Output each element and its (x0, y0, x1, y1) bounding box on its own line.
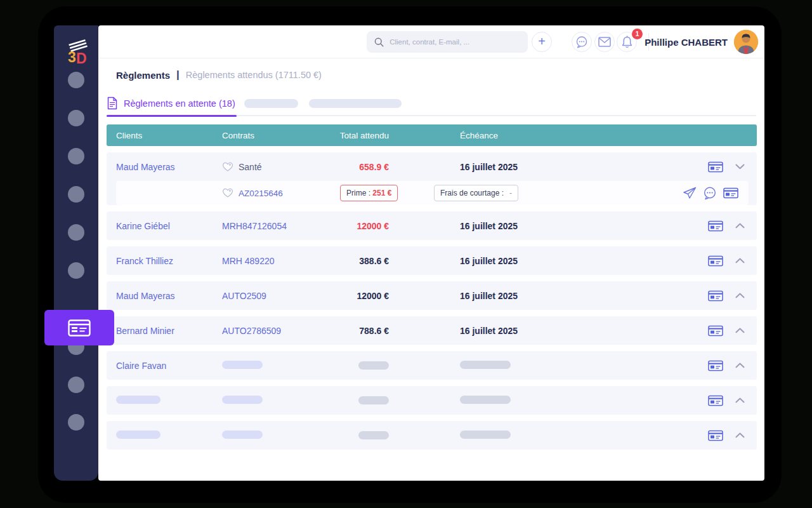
table-row: Bernard Minier AUTO2786509 788.6 € 16 ju… (107, 316, 757, 345)
row-main: Claire Favan (107, 351, 757, 380)
expand-toggle-button[interactable] (730, 432, 749, 438)
credit-card-icon (708, 360, 723, 371)
expand-toggle-button[interactable] (730, 328, 749, 333)
breadcrumb-separator: | (176, 69, 180, 81)
tab-bar: Règlements en attente (18) (107, 97, 756, 116)
chevron-up-icon (735, 432, 745, 438)
credit-card-icon (708, 290, 723, 302)
due-date: 16 juillet 2025 (460, 256, 518, 266)
sidebar-nav-dot[interactable] (68, 224, 84, 241)
payment-card-button[interactable] (723, 187, 738, 199)
main-panel: + (98, 25, 764, 481)
payment-card-button[interactable] (701, 161, 730, 173)
due-date: 16 juillet 2025 (460, 162, 518, 172)
client-link[interactable]: Maud Mayeras (116, 162, 175, 172)
bell-icon (621, 36, 633, 49)
table-row: Karine Giébel MRH847126054 12000 € 16 ju… (107, 211, 757, 240)
svg-text:D: D (76, 50, 87, 66)
expand-toggle-button[interactable] (730, 223, 749, 229)
chat-button[interactable] (572, 32, 592, 52)
expand-toggle-button[interactable] (730, 398, 749, 403)
client-link[interactable]: Maud Mayeras (116, 291, 175, 301)
due-date: 16 juillet 2025 (460, 221, 518, 231)
sidebar-nav-dot[interactable] (68, 110, 84, 126)
table-row: Maud Mayeras AUTO2509 12000 € 16 juillet… (107, 281, 757, 310)
row-main (107, 386, 757, 415)
total-skeleton (358, 396, 389, 404)
total-value: 12000 € (357, 221, 389, 231)
payment-card-button[interactable] (701, 430, 730, 441)
add-button[interactable]: + (532, 32, 552, 52)
header-total: Total attendu (332, 131, 389, 140)
contract-link[interactable]: MRH 489220 (222, 256, 332, 266)
comment-button[interactable] (703, 186, 717, 200)
table-header: Clients Contrats Total attendu Échéance (107, 124, 757, 146)
contract-detail-link[interactable]: AZ0215646 (222, 181, 283, 205)
credit-card-icon (708, 325, 723, 337)
payment-card-button[interactable] (701, 360, 730, 371)
sidebar-nav-dot[interactable] (68, 262, 84, 279)
avatar[interactable] (734, 30, 758, 54)
user-name[interactable]: Phillipe CHABERT (645, 25, 728, 58)
breadcrumb-section[interactable]: Règlements (116, 70, 170, 81)
contract-link[interactable]: AUTO2786509 (222, 326, 332, 336)
expand-toggle-button[interactable] (730, 258, 749, 264)
expand-toggle-button[interactable] (730, 164, 749, 170)
contract-link[interactable]: AUTO2509 (222, 291, 332, 301)
credit-card-icon (708, 220, 723, 232)
client-link[interactable]: Karine Giébel (116, 221, 170, 231)
total-value: 12000 € (357, 291, 389, 301)
payment-card-button[interactable] (701, 255, 730, 267)
chat-bubble-icon (575, 36, 588, 48)
topbar: + (98, 25, 764, 58)
app-logo-3d-icon: 3 D (63, 36, 91, 66)
table-row: Claire Favan (107, 351, 757, 380)
client-link[interactable]: Bernard Minier (116, 326, 174, 336)
expand-toggle-button[interactable] (730, 363, 749, 368)
sidebar-nav-dot[interactable] (68, 72, 84, 88)
sidebar-nav-dot[interactable] (68, 377, 84, 393)
due-date: 16 juillet 2025 (460, 291, 518, 301)
table-row (107, 421, 757, 450)
total-skeleton (358, 361, 389, 370)
sidebar: 3 D (54, 25, 98, 481)
active-tab-underline (107, 115, 237, 117)
total-value: 658.9 € (359, 162, 389, 172)
prime-box: Prime : 251 € (340, 185, 398, 201)
contract-skeleton (222, 396, 263, 404)
expand-toggle-button[interactable] (730, 293, 749, 298)
total-skeleton (358, 431, 389, 439)
global-search[interactable] (367, 31, 528, 53)
tab-label: Règlements en attente (18) (124, 98, 235, 109)
table-row: Maud Mayeras Santé 658.9 € 16 juillet 20… (107, 152, 757, 205)
chevron-up-icon (735, 398, 745, 403)
payment-card-button[interactable] (701, 290, 730, 302)
row-main: Bernard Minier AUTO2786509 788.6 € 16 ju… (107, 316, 757, 345)
contract-detail-row: AZ0215646 Prime : 251 € Frais de courtag… (116, 181, 749, 205)
table-row: Franck Thilliez MRH 489220 388.6 € 16 ju… (107, 246, 757, 275)
contract-link[interactable]: MRH847126054 (222, 221, 332, 231)
client-link[interactable]: Franck Thilliez (116, 256, 173, 266)
contract-link[interactable]: Santé (222, 162, 332, 172)
payments-table: Clients Contrats Total attendu Échéance … (107, 124, 757, 450)
payment-card-button[interactable] (701, 395, 730, 406)
search-input[interactable] (390, 38, 520, 46)
brokerage-fees-box: Frais de courtage :- (434, 185, 518, 201)
chevron-down-icon (735, 164, 745, 170)
sidebar-nav-dot[interactable] (68, 186, 84, 203)
sidebar-nav-dot[interactable] (68, 414, 84, 431)
sidebar-item-payments-active[interactable] (44, 310, 114, 345)
mail-button[interactable] (594, 32, 615, 52)
total-value: 788.6 € (359, 326, 389, 336)
client-link[interactable]: Claire Favan (116, 361, 166, 371)
payment-card-button[interactable] (701, 220, 730, 232)
heart-plus-icon (222, 188, 233, 198)
chevron-up-icon (735, 293, 745, 298)
payment-card-button[interactable] (701, 325, 730, 337)
header-due: Échéance (460, 131, 701, 140)
tab-pending-payments[interactable]: Règlements en attente (18) (107, 97, 235, 110)
header-clients: Clients (116, 131, 222, 140)
send-button[interactable] (683, 187, 697, 199)
row-main: Maud Mayeras AUTO2509 12000 € 16 juillet… (107, 281, 757, 310)
sidebar-nav-dot[interactable] (68, 148, 84, 164)
